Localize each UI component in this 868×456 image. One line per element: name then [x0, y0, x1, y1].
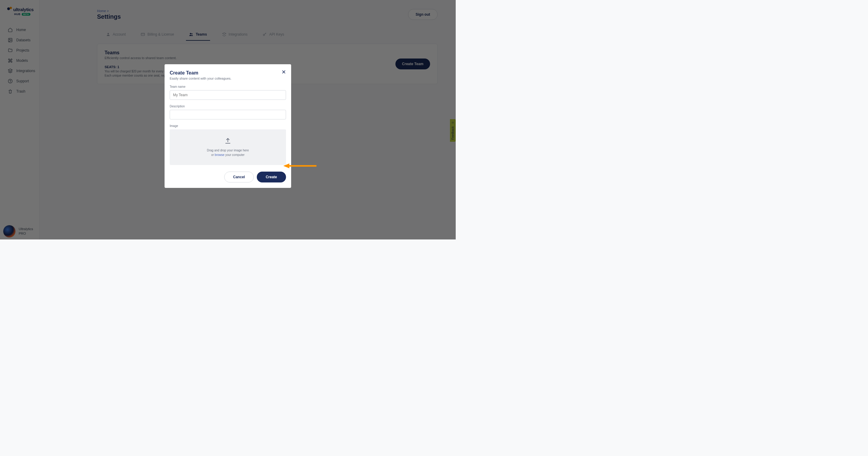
modal-overlay: ✕ Create Team Easily share content with …	[0, 0, 456, 239]
upload-text: Drag and drop your image here or browse …	[170, 148, 286, 157]
modal-subtitle: Easily share content with your colleague…	[170, 77, 286, 80]
browse-link[interactable]: browse	[215, 153, 224, 156]
create-team-modal: ✕ Create Team Easily share content with …	[164, 64, 291, 188]
image-label: Image	[170, 124, 286, 127]
modal-title: Create Team	[170, 70, 286, 76]
team-name-label: Team name	[170, 85, 286, 88]
upload-icon	[170, 137, 286, 146]
cancel-button[interactable]: Cancel	[224, 172, 253, 182]
image-upload-area[interactable]: Drag and drop your image here or browse …	[170, 130, 286, 165]
create-button[interactable]: Create	[257, 172, 286, 182]
team-name-input[interactable]	[170, 90, 286, 100]
close-icon[interactable]: ✕	[281, 69, 286, 75]
description-input[interactable]	[170, 110, 286, 119]
description-label: Description	[170, 105, 286, 108]
